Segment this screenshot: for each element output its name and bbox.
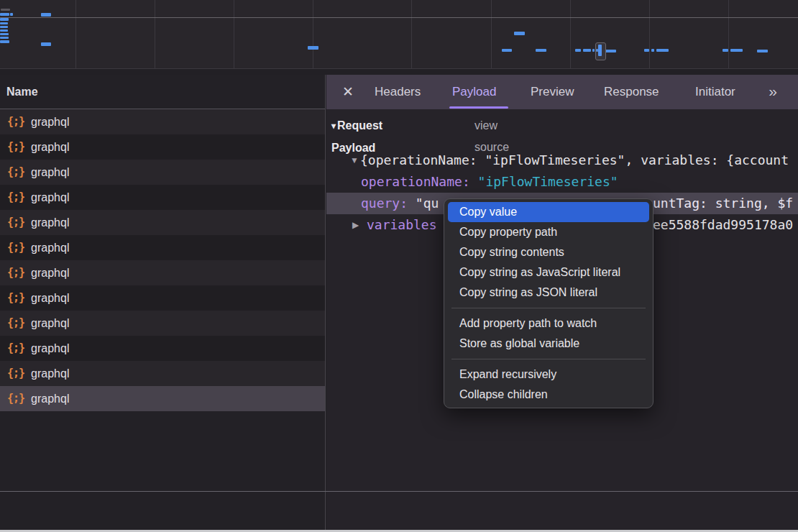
timeline-request-bar	[592, 49, 595, 52]
request-row[interactable]: {;}graphql	[0, 386, 325, 411]
menu-item-copy-value[interactable]: Copy value	[448, 202, 649, 222]
request-row[interactable]: {;}graphql	[0, 210, 325, 235]
json-braces-icon: {;}	[7, 361, 24, 386]
timeline-gridline	[411, 0, 412, 74]
tab-preview[interactable]: Preview	[531, 75, 574, 109]
timeline-request-bar	[41, 13, 51, 17]
json-braces-icon: {;}	[7, 311, 24, 336]
timeline-gridline	[75, 0, 76, 74]
operation-name-row[interactable]: operationName: "ipFlowTimeseries"	[326, 171, 798, 193]
request-row[interactable]: {;}graphql	[0, 285, 325, 311]
timeline-request-bar	[651, 49, 654, 52]
menu-separator	[451, 359, 646, 359]
request-name: graphql	[31, 160, 69, 185]
json-braces-icon: {;}	[7, 235, 24, 260]
menu-item-copy-string-contents[interactable]: Copy string contents	[448, 242, 649, 262]
request-row[interactable]: {;}graphql	[0, 361, 325, 386]
payload-root-preview: {operationName: "ipFlowTimeseries", vari…	[360, 150, 789, 171]
request-name: graphql	[31, 260, 69, 285]
request-row[interactable]: {;}graphql	[0, 260, 325, 285]
network-overview-timeline[interactable]	[0, 0, 798, 75]
devtools-network-panel: Name {;}graphql{;}graphql{;}graphql{;}gr…	[0, 0, 798, 532]
timeline-request-bar	[502, 49, 512, 52]
json-braces-icon: {;}	[7, 109, 24, 134]
request-row[interactable]: {;}graphql	[0, 311, 325, 336]
timeline-request-bar	[514, 32, 525, 35]
menu-item-copy-string-as-json-literal[interactable]: Copy string as JSON literal	[448, 283, 649, 303]
request-row[interactable]: {;}graphql	[0, 160, 325, 185]
timeline-gray-bar	[1, 9, 10, 11]
timeline-hgridline	[0, 17, 798, 18]
timeline-request-bar	[308, 46, 318, 50]
tab-headers[interactable]: Headers	[375, 75, 421, 109]
json-braces-icon: {;}	[7, 386, 24, 411]
menu-item-add-property-path-to-watch[interactable]: Add property path to watch	[448, 313, 649, 334]
timeline-request-bar	[723, 49, 728, 52]
request-list-panel: Name {;}graphql{;}graphql{;}graphql{;}gr…	[0, 75, 326, 491]
timeline-substrip	[0, 68, 798, 75]
details-summary-bar	[326, 492, 798, 530]
menu-item-store-as-global-variable[interactable]: Store as global variable	[448, 334, 649, 354]
tab-payload[interactable]: Payload	[452, 75, 496, 109]
timeline-request-bar	[0, 26, 8, 28]
timeline-request-bar	[536, 49, 546, 52]
request-name: graphql	[31, 235, 69, 260]
name-column-header[interactable]: Name	[0, 75, 325, 109]
request-name: graphql	[31, 285, 69, 311]
json-braces-icon: {;}	[7, 260, 24, 285]
request-row[interactable]: {;}graphql	[0, 134, 325, 160]
timeline-request-bar	[41, 42, 51, 46]
request-name: graphql	[31, 311, 69, 336]
timeline-gridline	[234, 0, 234, 74]
timeline-gridline	[570, 0, 571, 74]
tab-response[interactable]: Response	[604, 75, 659, 109]
request-name: graphql	[31, 109, 69, 134]
request-name: graphql	[31, 134, 69, 160]
timeline-request-bar	[757, 50, 768, 52]
timeline-request-bar	[0, 13, 9, 16]
json-braces-icon: {;}	[7, 134, 24, 160]
close-icon[interactable]: ✕	[339, 75, 357, 109]
request-row[interactable]: {;}graphql	[0, 109, 325, 134]
details-tab-bar: ✕ HeadersPayloadPreviewResponseInitiator…	[326, 75, 798, 109]
timeline-request-bar	[656, 49, 669, 52]
tab-initiator[interactable]: Initiator	[695, 75, 735, 109]
json-braces-icon: {;}	[7, 285, 24, 311]
timeline-gridline	[649, 0, 650, 74]
request-row[interactable]: {;}graphql	[0, 336, 325, 361]
menu-separator	[451, 308, 646, 308]
json-braces-icon: {;}	[7, 160, 24, 185]
request-row[interactable]: {;}graphql	[0, 235, 325, 260]
timeline-gridline	[491, 0, 492, 74]
timeline-gridline	[313, 0, 313, 74]
property-key: operationName:	[361, 174, 478, 189]
more-tabs-icon[interactable]: »	[761, 75, 783, 109]
collapsed-triangle-icon[interactable]: ▶	[352, 214, 359, 236]
timeline-request-bar	[0, 18, 9, 21]
request-name: graphql	[31, 386, 69, 411]
menu-item-collapse-children[interactable]: Collapse children	[448, 385, 649, 405]
property-key: variables	[367, 214, 437, 236]
request-row[interactable]: {;}graphql	[0, 185, 325, 210]
timeline-gridline	[728, 0, 729, 74]
timeline-request-bar	[730, 49, 743, 52]
request-list-summary-bar	[0, 492, 326, 530]
property-value-right: untTag: string, $f	[653, 193, 793, 214]
active-tab-underline	[449, 106, 508, 109]
payload-root-row[interactable]: ▼ {operationName: "ipFlowTimeseries", va…	[326, 150, 798, 171]
menu-item-copy-string-as-javascript-literal[interactable]: Copy string as JavaScript literal	[448, 262, 649, 283]
timeline-request-bar	[605, 50, 616, 52]
request-list: {;}graphql{;}graphql{;}graphql{;}graphql…	[0, 109, 325, 411]
timeline-request-bar	[575, 49, 581, 52]
timeline-request-bar	[0, 37, 9, 39]
menu-item-expand-recursively[interactable]: Expand recursively	[448, 364, 649, 385]
timeline-request-bar	[10, 13, 13, 16]
timeline-marker-bar	[598, 45, 602, 56]
expanded-triangle-icon[interactable]: ▼	[350, 150, 359, 171]
menu-item-copy-property-path[interactable]: Copy property path	[448, 222, 649, 242]
timeline-request-bar	[583, 49, 591, 52]
timeline-request-bar	[0, 22, 8, 24]
json-braces-icon: {;}	[7, 185, 24, 210]
timeline-request-bar	[644, 49, 649, 52]
timeline-request-bar	[0, 33, 9, 35]
